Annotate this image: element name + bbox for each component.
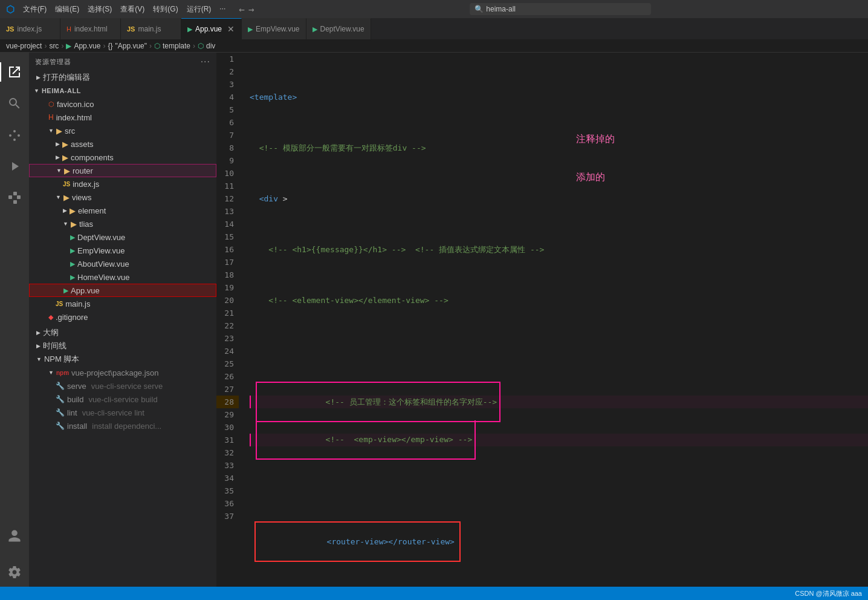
- tab-close-button[interactable]: ✕: [227, 24, 235, 34]
- svg-rect-1: [13, 192, 17, 195]
- tab-dept-view[interactable]: ▶ DeptView.vue: [306, 18, 371, 39]
- sidebar-more-button[interactable]: ···: [201, 56, 210, 67]
- annotation-added: 添加的: [576, 171, 605, 183]
- code-content[interactable]: <template> <!-- 模版部分一般需要有一对跟标签div --> <d…: [244, 53, 868, 587]
- tree-item-favicon[interactable]: ⬡ favicon.ico: [29, 97, 216, 111]
- menu-more[interactable]: ···: [216, 3, 229, 16]
- activity-settings[interactable]: [0, 558, 29, 587]
- npm-script-key: lint: [67, 408, 77, 417]
- npm-serve[interactable]: 🔧 serve vue-cli-service serve: [29, 379, 216, 393]
- tree-item-homeview[interactable]: ▶ HomeView.vue: [29, 270, 216, 284]
- search-bar[interactable]: 🔍 heima-all: [470, 3, 651, 15]
- activity-search[interactable]: [0, 89, 29, 118]
- activity-source-control[interactable]: [0, 120, 29, 149]
- wrench-icon: 🔧: [56, 408, 65, 417]
- menu-file[interactable]: 文件(F): [19, 3, 50, 16]
- tree-item-router[interactable]: ▼ ▶ router: [29, 164, 216, 177]
- tree-item-tlias[interactable]: ▼ ▶ tlias: [29, 217, 216, 230]
- vue-icon: ▶: [248, 25, 253, 33]
- code-area[interactable]: 1 2 3 4 5 6 7 8 9 10 11 12 13 14 15 16 1: [216, 53, 868, 587]
- tree-item-index-html[interactable]: H index.html: [29, 111, 216, 124]
- tree-item-label: tlias: [79, 220, 93, 229]
- tree-item-views[interactable]: ▼ ▶ views: [29, 191, 216, 204]
- folder-icon: ▶: [70, 206, 76, 215]
- tab-bar: JS index.js H index.html JS main.js ▶ Ap…: [0, 18, 868, 39]
- tab-label: main.js: [138, 25, 161, 33]
- npm-script-val: vue-cli-service serve: [91, 382, 163, 391]
- tab-index-html[interactable]: H index.html: [60, 18, 121, 39]
- tree-item-aboutview[interactable]: ▶ AboutView.vue: [29, 257, 216, 270]
- tree-item-label: main.js: [65, 299, 90, 308]
- tab-main-js[interactable]: JS main.js: [121, 18, 181, 39]
- folder-chevron: ▼: [63, 221, 68, 227]
- tab-label: index.html: [74, 25, 108, 33]
- activity-extensions[interactable]: [0, 183, 29, 212]
- code-line-7: <!-- 员工管理：这个标签和组件的名字对应-->: [250, 396, 868, 408]
- tree-item-mainjs[interactable]: JS main.js: [29, 297, 216, 310]
- breadcrumb-brackets: {}: [108, 42, 112, 50]
- titlebar: ⬡ 文件(F) 编辑(E) 选择(S) 查看(V) 转到(G) 运行(R) ··…: [0, 0, 868, 18]
- tree-item-label: assets: [71, 140, 94, 149]
- tree-item-label: element: [78, 206, 106, 215]
- menu-goto[interactable]: 转到(G): [149, 3, 181, 16]
- folder-icon: ▶: [64, 166, 70, 175]
- statusbar: CSDN @清风微凉 aaa: [0, 587, 868, 600]
- js-icon: JS: [63, 181, 70, 188]
- npm-package-json[interactable]: ▼ npm vue-project\package.json: [29, 366, 216, 379]
- breadcrumb-template[interactable]: template: [163, 42, 190, 50]
- tree-item-label: index.js: [73, 180, 99, 189]
- breadcrumb-appvue[interactable]: App.vue: [74, 42, 100, 50]
- npm-lint[interactable]: 🔧 lint vue-cli-service lint: [29, 406, 216, 419]
- activity-run-debug[interactable]: [0, 152, 29, 181]
- tree-item-components[interactable]: ▶ ▶ components: [29, 151, 216, 164]
- menu-select[interactable]: 选择(S): [84, 3, 115, 16]
- code-line-11: [250, 586, 868, 587]
- code-line-9: [250, 484, 868, 497]
- menu-edit[interactable]: 编辑(E): [51, 3, 83, 16]
- tree-item-gitignore[interactable]: ◆ .gitignore: [29, 310, 216, 324]
- tree-item-label: .gitignore: [56, 313, 88, 322]
- npm-scripts-section[interactable]: ▼ NPM 脚本: [29, 353, 216, 366]
- nav-forward[interactable]: →: [248, 4, 254, 15]
- tab-app-vue[interactable]: ▶ App.vue ✕: [181, 18, 242, 39]
- breadcrumb-vue-project[interactable]: vue-project: [6, 42, 42, 50]
- npm-install[interactable]: 🔧 install install dependenci...: [29, 419, 216, 432]
- tree-item-deptview[interactable]: ▶ DeptView.vue: [29, 230, 216, 244]
- breadcrumb-appvue2[interactable]: "App.vue": [115, 42, 147, 50]
- tree-item-src[interactable]: ▼ ▶ src: [29, 124, 216, 137]
- menu-run[interactable]: 运行(R): [183, 3, 215, 16]
- sidebar: 资源管理器 ··· ▶ 打开的编辑器 ▼ HEIMA-ALL ⬡ favicon…: [29, 53, 216, 587]
- tree-item-label: App.vue: [71, 286, 100, 295]
- open-editors-section[interactable]: ▶ 打开的编辑器: [29, 71, 216, 84]
- tab-emp-view[interactable]: ▶ EmpView.vue: [242, 18, 306, 39]
- activity-account[interactable]: [0, 521, 29, 550]
- tree-item-router-index[interactable]: JS index.js: [29, 177, 216, 191]
- root-folder[interactable]: ▼ HEIMA-ALL: [29, 84, 216, 97]
- folder-icon: ▶: [71, 220, 77, 229]
- vue-icon: ▶: [63, 287, 68, 295]
- folder-chevron: ▼: [56, 194, 61, 200]
- breadcrumb-div-icon: ⬡: [198, 42, 204, 50]
- timeline-section[interactable]: ▶ 时间线: [29, 339, 216, 353]
- activity-explorer[interactable]: [0, 57, 29, 86]
- menu-bar[interactable]: 文件(F) 编辑(E) 选择(S) 查看(V) 转到(G) 运行(R) ···: [19, 3, 229, 16]
- outline-section[interactable]: ▶ 大纲: [29, 326, 216, 339]
- tree-item-appvue[interactable]: ▶ App.vue: [29, 284, 216, 297]
- vue-icon: ▶: [70, 233, 75, 241]
- nav-back[interactable]: ←: [239, 4, 245, 15]
- timeline-chevron: ▶: [36, 343, 40, 349]
- tab-index-js[interactable]: JS index.js: [0, 18, 60, 39]
- breadcrumb-template-icon: ⬡: [154, 42, 160, 50]
- menu-view[interactable]: 查看(V): [117, 3, 148, 16]
- tree-item-empview[interactable]: ▶ EmpView.vue: [29, 244, 216, 257]
- npm-chevron: ▼: [36, 356, 42, 362]
- npm-build[interactable]: 🔧 build vue-cli-service build: [29, 393, 216, 406]
- code-line-10: <router-view></router-view>: [250, 535, 868, 548]
- breadcrumb-div[interactable]: div: [206, 42, 215, 50]
- tree-item-assets[interactable]: ▶ ▶ assets: [29, 137, 216, 151]
- breadcrumb-src[interactable]: src: [49, 42, 59, 50]
- tree-item-element[interactable]: ▶ ▶ element: [29, 204, 216, 217]
- folder-icon: ▶: [62, 140, 68, 149]
- breadcrumb-sep3: ›: [103, 42, 105, 50]
- breadcrumb-sep2: ›: [61, 42, 63, 50]
